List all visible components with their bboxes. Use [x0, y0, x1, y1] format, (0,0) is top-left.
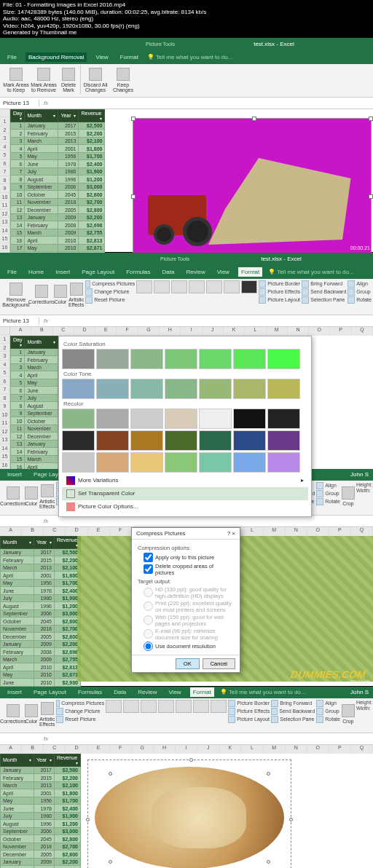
layout-4[interactable]: Picture Layout	[228, 716, 270, 723]
picture-canvas[interactable]: DUMMIES.COM	[133, 118, 372, 271]
compress-4[interactable]: Compress Pictures	[56, 700, 104, 707]
color-swatch[interactable]	[96, 409, 129, 429]
picture-color-options-item[interactable]: Picture Color Options...	[62, 500, 308, 513]
tab-insert-4[interactable]: Insert	[4, 687, 25, 697]
color-swatch[interactable]	[233, 379, 266, 399]
width-field[interactable]: Width:	[356, 488, 372, 493]
color-button[interactable]: Color	[54, 280, 67, 309]
sendb-4[interactable]: Send Backward	[271, 708, 315, 715]
remove-background-button[interactable]: Remove Background	[3, 280, 29, 309]
tab-format-2[interactable]: Format	[238, 267, 262, 277]
discard-changes-button[interactable]: Discard All Changes	[82, 66, 109, 95]
picture-layout-button[interactable]: Picture Layout	[259, 296, 300, 304]
delete-cropped-checkbox[interactable]: Delete cropped areas of pictures	[144, 563, 234, 576]
tab-view-2[interactable]: View	[214, 267, 232, 277]
tab-review[interactable]: Review	[183, 267, 208, 277]
rotate-button[interactable]: Rotate	[348, 296, 372, 304]
worksheet-grid-2[interactable]: 1234567891011121314151617181920 ABCDEFGH…	[0, 327, 373, 483]
tab-insert-3[interactable]: Insert	[4, 470, 25, 479]
mark-areas-keep-button[interactable]: Mark Areas to Keep	[3, 66, 29, 95]
color-swatch[interactable]	[165, 379, 197, 399]
color-swatch[interactable]	[267, 452, 300, 473]
reset-4[interactable]: Reset Picture	[56, 716, 104, 723]
align-3[interactable]: Align	[316, 482, 340, 489]
tab-format[interactable]: Format	[117, 52, 141, 62]
color-swatch[interactable]	[267, 409, 300, 429]
align-button[interactable]: Align	[348, 280, 372, 288]
worksheet-grid-4[interactable]: ABCDEFGHIJKLMNOPQ Month▾Year▾Revenue▾Jan…	[0, 745, 373, 868]
color-swatch[interactable]	[62, 349, 95, 369]
height-field[interactable]: Height:	[356, 482, 372, 487]
name-box[interactable]: Picture 13	[0, 100, 39, 106]
color-swatch[interactable]	[233, 430, 266, 451]
tab-pagelayout-4[interactable]: Page Layout	[31, 687, 69, 697]
corrections-button-3[interactable]: Corrections	[3, 482, 23, 511]
crop-4[interactable]: Crop	[342, 700, 355, 729]
border-4[interactable]: Picture Border	[228, 700, 270, 707]
tell-me-2[interactable]: Tell me what you want to do...	[277, 269, 353, 275]
color-swatch[interactable]	[267, 349, 300, 369]
send-backward-button[interactable]: Send Backward	[302, 288, 346, 296]
color-swatch[interactable]	[130, 379, 163, 399]
rotate-3[interactable]: Rotate	[316, 498, 340, 505]
color-swatch[interactable]	[96, 349, 129, 369]
color-swatch[interactable]	[233, 452, 266, 473]
delete-mark-button[interactable]: Delete Mark	[58, 66, 79, 95]
color-swatch[interactable]	[130, 430, 163, 451]
tab-insert[interactable]: Insert	[52, 267, 73, 277]
artistic-4[interactable]: Artistic Effects	[39, 700, 55, 729]
height-4[interactable]: Height:	[356, 700, 372, 705]
artistic-button-3[interactable]: Artistic Effects	[39, 482, 55, 511]
color-swatch[interactable]	[199, 430, 232, 451]
change-picture-button[interactable]: Change Picture	[85, 288, 135, 296]
picture-effects-button[interactable]: Picture Effects	[259, 288, 300, 296]
tab-file-2[interactable]: File	[4, 267, 20, 277]
ok-button[interactable]: OK	[176, 658, 200, 669]
picture-styles-gallery[interactable]	[136, 280, 257, 293]
group-3[interactable]: Group	[316, 490, 340, 497]
user-label-4[interactable]: John S	[350, 689, 369, 695]
color-4[interactable]: Color	[25, 700, 38, 729]
tab-data[interactable]: Data	[160, 267, 178, 277]
color-swatch[interactable]	[267, 379, 300, 399]
width-4[interactable]: Width:	[356, 706, 372, 711]
picture-border-button[interactable]: Picture Border	[259, 280, 300, 288]
tab-file[interactable]: File	[4, 52, 20, 62]
color-swatch[interactable]	[199, 379, 232, 399]
color-swatch[interactable]	[62, 379, 95, 399]
tab-data-4[interactable]: Data	[111, 687, 129, 697]
bring-forward-button[interactable]: Bring Forward	[302, 280, 346, 288]
tab-format-4[interactable]: Format	[190, 687, 214, 697]
dialog-help-icon[interactable]: ?	[227, 530, 230, 537]
dialog-close-icon[interactable]: ×	[232, 530, 235, 537]
color-swatch[interactable]	[62, 409, 95, 429]
tab-view[interactable]: View	[93, 52, 111, 62]
crop-button[interactable]: Crop	[342, 482, 355, 511]
color-swatch[interactable]	[96, 379, 129, 399]
document-resolution-radio[interactable]: Use document resolution	[144, 642, 234, 651]
corrections-button[interactable]: Corrections	[31, 280, 52, 309]
mark-areas-remove-button[interactable]: Mark Areas to Remove	[31, 66, 57, 95]
color-swatch[interactable]	[165, 452, 197, 473]
color-swatch[interactable]	[165, 430, 197, 451]
tab-view-4[interactable]: View	[165, 687, 184, 697]
tab-background-removal[interactable]: Background Removal	[25, 52, 87, 62]
tab-home[interactable]: Home	[25, 267, 47, 277]
tell-me-4[interactable]: Tell me what you want to do...	[229, 689, 305, 695]
user-label[interactable]: John S	[350, 471, 369, 478]
cancel-button[interactable]: Cancel	[203, 658, 235, 669]
tab-page-layout[interactable]: Page Layout	[79, 267, 117, 277]
tab-formulas[interactable]: Formulas	[123, 267, 153, 277]
corrections-4[interactable]: Corrections	[3, 700, 23, 729]
color-swatch[interactable]	[96, 430, 129, 451]
color-swatch[interactable]	[96, 452, 129, 473]
group-button[interactable]: Group	[348, 288, 372, 296]
worksheet-grid-3[interactable]: ABCDEFGHIJKLMNOPQ Month▾Year▾Revenue▾Jan…	[0, 527, 373, 686]
reset-picture-button[interactable]: Reset Picture	[85, 296, 135, 304]
group-4[interactable]: Group	[316, 708, 340, 715]
keep-changes-button[interactable]: Keep Changes	[110, 66, 136, 95]
align-4[interactable]: Align	[316, 700, 340, 707]
tab-review-4[interactable]: Review	[135, 687, 160, 697]
compress-pictures-button[interactable]: Compress Pictures	[85, 280, 135, 288]
selpane-4[interactable]: Selection Pane	[271, 716, 315, 723]
